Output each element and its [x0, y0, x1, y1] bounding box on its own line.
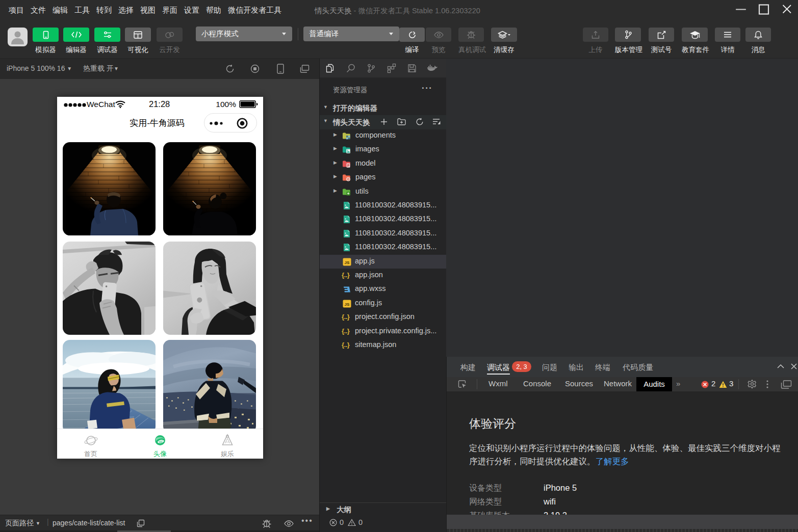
- svg-text:JS: JS: [345, 260, 350, 265]
- svg-text:JS: JS: [345, 302, 350, 307]
